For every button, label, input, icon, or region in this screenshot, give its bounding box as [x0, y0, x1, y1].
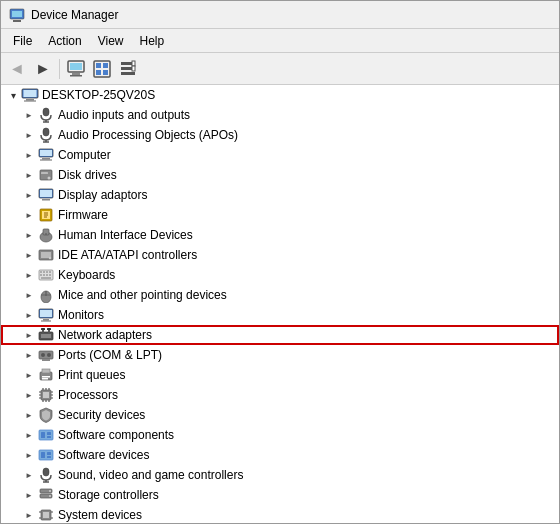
expand-icon-software-components[interactable]: ►	[21, 427, 37, 443]
svg-rect-96	[47, 436, 51, 438]
expand-icon-software-devices[interactable]: ►	[21, 447, 37, 463]
svg-rect-14	[121, 72, 135, 75]
svg-rect-19	[26, 99, 34, 101]
tree-item-processors[interactable]: ►Processors	[1, 385, 559, 405]
svg-point-32	[48, 177, 51, 180]
svg-point-72	[41, 353, 45, 357]
tree-item-software-devices[interactable]: ►Software devices	[1, 445, 559, 465]
tree-item-security-devices[interactable]: ►Security devices	[1, 405, 559, 425]
tree-item-ports[interactable]: ►Ports (COM & LPT)	[1, 345, 559, 365]
device-tree[interactable]: ▾ DESKTOP-25QV20S ►Audio inputs and outp…	[1, 85, 559, 523]
tree-item-disk-drives[interactable]: ►Disk drives	[1, 165, 559, 185]
app-icon	[9, 7, 25, 23]
window-title: Device Manager	[31, 8, 118, 22]
svg-rect-11	[103, 70, 108, 75]
toolbar-icon-3[interactable]	[116, 57, 140, 81]
expand-icon-hid[interactable]: ►	[21, 227, 37, 243]
device-icon-audio-apo	[37, 126, 55, 144]
svg-rect-10	[96, 70, 101, 75]
item-label-hid: Human Interface Devices	[58, 228, 193, 242]
item-label-firmware: Firmware	[58, 208, 108, 222]
item-label-computer: Computer	[58, 148, 111, 162]
back-button[interactable]: ◄	[5, 57, 29, 81]
tree-item-monitors[interactable]: ►Monitors	[1, 305, 559, 325]
tree-item-storage-controllers[interactable]: ►Storage controllers	[1, 485, 559, 505]
item-label-mice: Mice and other pointing devices	[58, 288, 227, 302]
device-icon-software-components	[37, 426, 55, 444]
expand-icon-processors[interactable]: ►	[21, 387, 37, 403]
svg-rect-63	[43, 319, 49, 321]
tree-item-network-adapters[interactable]: ►Network adapters	[1, 325, 559, 345]
forward-button[interactable]: ►	[31, 57, 55, 81]
svg-rect-56	[49, 274, 51, 276]
svg-point-73	[47, 353, 51, 357]
device-icon-hid	[37, 226, 55, 244]
tree-item-software-components[interactable]: ►Software components	[1, 425, 559, 445]
root-item[interactable]: ▾ DESKTOP-25QV20S	[1, 85, 559, 105]
device-manager-window: Device Manager File Action View Help ◄ ►	[0, 0, 560, 524]
item-label-ide: IDE ATA/ATAPI controllers	[58, 248, 197, 262]
tree-item-system-devices[interactable]: ►System devices	[1, 505, 559, 523]
tree-item-firmware[interactable]: ►Firmware	[1, 205, 559, 225]
expand-icon-audio-apo[interactable]: ►	[21, 127, 37, 143]
tree-item-ide[interactable]: ►IDE ATA/ATAPI controllers	[1, 245, 559, 265]
expand-icon-print-queues[interactable]: ►	[21, 367, 37, 383]
root-expand-icon: ▾	[5, 87, 21, 103]
expand-icon-monitors[interactable]: ►	[21, 307, 37, 323]
toolbar-icon-1[interactable]	[64, 57, 88, 81]
svg-rect-99	[47, 452, 51, 455]
expand-icon-ide[interactable]: ►	[21, 247, 37, 263]
tree-item-computer[interactable]: ►Computer	[1, 145, 559, 165]
root-label: DESKTOP-25QV20S	[42, 88, 155, 102]
expand-icon-storage-controllers[interactable]: ►	[21, 487, 37, 503]
expand-icon-computer[interactable]: ►	[21, 147, 37, 163]
svg-rect-49	[40, 271, 42, 273]
svg-rect-69	[41, 328, 45, 330]
device-icon-network-adapters	[37, 326, 55, 344]
device-icon-security-devices	[37, 406, 55, 424]
item-label-storage-controllers: Storage controllers	[58, 488, 159, 502]
svg-rect-74	[42, 359, 50, 361]
svg-rect-4	[70, 63, 82, 70]
tree-item-audio-apo[interactable]: ►Audio Processing Objects (APOs)	[1, 125, 559, 145]
expand-icon-firmware[interactable]: ►	[21, 207, 37, 223]
menu-file[interactable]: File	[5, 32, 40, 50]
item-label-system-devices: System devices	[58, 508, 142, 522]
toolbar: ◄ ►	[1, 53, 559, 85]
svg-rect-18	[24, 90, 37, 97]
toolbar-icon-2[interactable]	[90, 57, 114, 81]
svg-rect-52	[49, 271, 51, 273]
expand-icon-keyboards[interactable]: ►	[21, 267, 37, 283]
device-icon-computer	[37, 146, 55, 164]
item-label-audio-inputs: Audio inputs and outputs	[58, 108, 190, 122]
expand-icon-ports[interactable]: ►	[21, 347, 37, 363]
menu-help[interactable]: Help	[132, 32, 173, 50]
tree-item-hid[interactable]: ►Human Interface Devices	[1, 225, 559, 245]
tree-item-audio-inputs[interactable]: ►Audio inputs and outputs	[1, 105, 559, 125]
svg-rect-28	[40, 150, 52, 156]
tree-item-mice[interactable]: ►Mice and other pointing devices	[1, 285, 559, 305]
menu-view[interactable]: View	[90, 32, 132, 50]
expand-icon-sound-video[interactable]: ►	[21, 467, 37, 483]
menu-action[interactable]: Action	[40, 32, 89, 50]
device-icon-ide	[37, 246, 55, 264]
expand-icon-audio-inputs[interactable]: ►	[21, 107, 37, 123]
menu-bar: File Action View Help	[1, 29, 559, 53]
tree-item-display-adaptors[interactable]: ►Display adaptors	[1, 185, 559, 205]
svg-rect-8	[96, 63, 101, 68]
svg-rect-109	[43, 512, 49, 518]
svg-rect-15	[132, 61, 135, 66]
expand-icon-network-adapters[interactable]: ►	[21, 327, 37, 343]
expand-icon-disk-drives[interactable]: ►	[21, 167, 37, 183]
expand-icon-display-adaptors[interactable]: ►	[21, 187, 37, 203]
tree-item-print-queues[interactable]: ►Print queues	[1, 365, 559, 385]
item-label-sound-video: Sound, video and game controllers	[58, 468, 243, 482]
item-label-software-devices: Software devices	[58, 448, 149, 462]
expand-icon-mice[interactable]: ►	[21, 287, 37, 303]
svg-rect-62	[40, 310, 52, 317]
tree-item-sound-video[interactable]: ►Sound, video and game controllers	[1, 465, 559, 485]
expand-icon-system-devices[interactable]: ►	[21, 507, 37, 523]
tree-item-keyboards[interactable]: ►Keyboards	[1, 265, 559, 285]
svg-rect-9	[103, 63, 108, 68]
expand-icon-security-devices[interactable]: ►	[21, 407, 37, 423]
